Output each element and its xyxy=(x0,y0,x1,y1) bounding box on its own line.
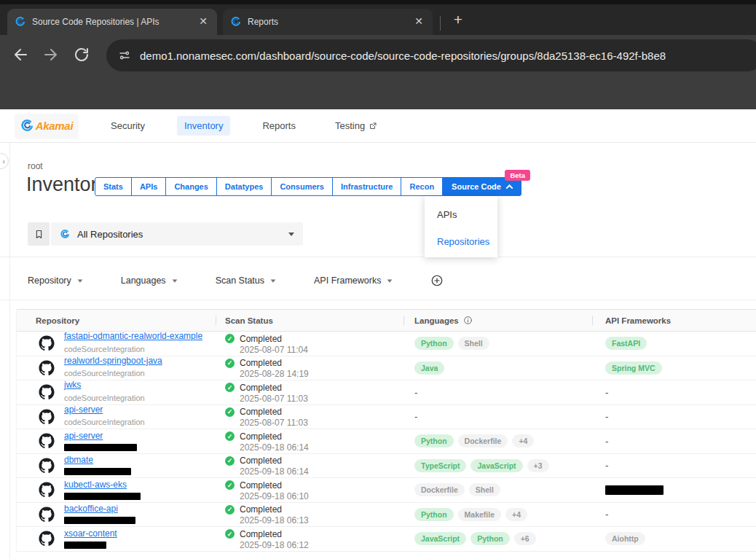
repository-org xyxy=(64,493,141,500)
forward-icon[interactable] xyxy=(42,46,60,63)
filter-api-frameworks[interactable]: API Frameworks xyxy=(314,275,393,286)
url-text: demo1.nonamesec.com/dashboard/source-cod… xyxy=(140,50,666,62)
tag-pill: Shell xyxy=(458,337,489,350)
completed-check-icon: ✓ xyxy=(225,480,235,490)
scan-date: 2025-08-28 14:19 xyxy=(240,369,403,379)
table-body: fastapi-odmantic-realworld-example codeS… xyxy=(17,332,756,552)
languages-cell: PythonMakefile+4 xyxy=(403,508,592,521)
section-divider xyxy=(0,300,756,300)
tag-pill: +4 xyxy=(512,434,534,447)
scan-status: Completed xyxy=(240,480,282,490)
caret-down-icon xyxy=(271,279,276,282)
back-icon[interactable] xyxy=(12,46,29,63)
refresh-icon[interactable] xyxy=(73,46,90,63)
scan-status: Completed xyxy=(240,383,282,393)
column-header-api-frameworks[interactable]: API Frameworks xyxy=(592,310,756,331)
filter-languages[interactable]: Languages xyxy=(121,275,178,286)
frameworks-cell: Spring MVC xyxy=(592,361,756,375)
plus-circle-icon xyxy=(430,274,444,287)
tag-pill: Makefile xyxy=(458,508,501,521)
scan-status: Completed xyxy=(240,456,282,466)
browser-tab-active[interactable]: Source Code Repositories | APIs ✕ xyxy=(7,9,217,35)
column-header-scan-status[interactable]: Scan Status xyxy=(216,310,403,331)
repository-org: codeSourceIntegration xyxy=(64,369,145,378)
repository-org: codeSourceIntegration xyxy=(64,394,145,402)
table-row: backoffice-api ✓ Completed 2025-09-18 06… xyxy=(17,503,756,528)
tab-infrastructure[interactable]: Infrastructure xyxy=(332,177,402,196)
repository-link[interactable]: xsoar-content xyxy=(64,529,117,539)
tag-pill: +6 xyxy=(514,532,536,545)
repository-group-select[interactable]: All Repositories xyxy=(51,222,303,246)
new-tab-button[interactable]: + xyxy=(449,11,468,30)
dropdown-item-apis[interactable]: APIs xyxy=(425,203,497,226)
tab-apis[interactable]: APIs xyxy=(131,177,166,196)
scan-date: 2025-09-18 06:14 xyxy=(240,466,403,477)
completed-check-icon: ✓ xyxy=(225,383,235,392)
languages-cell: PythonShell xyxy=(403,337,592,350)
completed-check-icon: ✓ xyxy=(225,456,235,466)
table-row: realworld-springboot-java codeSourceInte… xyxy=(17,356,756,381)
tab-consumers[interactable]: Consumers xyxy=(271,177,333,196)
top-navigation: Akamai Security Inventory Reports Testin… xyxy=(0,109,756,143)
nav-item-security[interactable]: Security xyxy=(103,116,152,136)
repository-link[interactable]: api-server xyxy=(64,405,145,415)
languages-cell: JavaScriptPython+6 xyxy=(403,532,592,545)
bookmark-button[interactable] xyxy=(28,222,50,246)
scan-status: Completed xyxy=(240,431,282,442)
frameworks-cell: FastAPI xyxy=(592,337,756,350)
nav-item-inventory[interactable]: Inventory xyxy=(177,116,230,136)
tab-recon[interactable]: Recon xyxy=(401,177,443,196)
tag-pill: Python xyxy=(414,434,454,447)
tab-changes[interactable]: Changes xyxy=(165,177,216,196)
table-row: dbmate ✓ Completed 2025-09-18 06:14 Type… xyxy=(17,454,756,479)
tag-pill: Python xyxy=(470,532,510,545)
filter-repository[interactable]: Repository xyxy=(28,275,83,286)
repository-group-selector-row: All Repositories xyxy=(28,222,303,246)
url-bar[interactable]: demo1.nonamesec.com/dashboard/source-cod… xyxy=(106,39,756,71)
repository-link[interactable]: jwks xyxy=(64,380,145,391)
languages-cell: Java xyxy=(403,361,592,375)
repository-link[interactable]: kubectl-aws-eks xyxy=(64,480,141,490)
repository-link[interactable]: dbmate xyxy=(64,456,131,466)
tab-stats[interactable]: Stats xyxy=(95,177,132,196)
repository-link[interactable]: backoffice-api xyxy=(64,504,135,515)
tag-pill: Aiohttp xyxy=(605,532,645,545)
tab-datatypes[interactable]: Datatypes xyxy=(216,177,272,196)
column-header-languages[interactable]: Languages xyxy=(403,310,592,331)
tab-source-code[interactable]: Source Code Beta xyxy=(442,177,521,196)
tab-close-icon[interactable]: ✕ xyxy=(197,15,210,28)
dropdown-item-repositories[interactable]: Repositories xyxy=(425,230,497,253)
tab-close-icon[interactable]: ✕ xyxy=(412,15,425,28)
repository-link[interactable]: api-server xyxy=(64,431,137,442)
nav-item-testing[interactable]: Testing xyxy=(328,116,385,136)
table-row: kubectl-aws-eks ✓ Completed 2025-09-18 0… xyxy=(17,478,756,503)
table-row: fastapi-odmantic-realworld-example codeS… xyxy=(17,332,756,356)
github-icon xyxy=(39,458,55,474)
filter-scan-status[interactable]: Scan Status xyxy=(216,275,276,286)
scan-date: 2025-08-07 11:03 xyxy=(240,418,403,428)
repository-link[interactable]: fastapi-odmantic-realworld-example xyxy=(64,332,202,342)
redaction-bar xyxy=(605,485,664,495)
nav-item-reports[interactable]: Reports xyxy=(255,116,303,136)
noname-favicon-icon xyxy=(15,16,26,28)
repository-org: codeSourceIntegration xyxy=(64,345,145,353)
akamai-logo[interactable]: Akamai xyxy=(15,114,79,138)
site-info-icon[interactable] xyxy=(118,49,131,62)
scan-date: 2025-09-18 06:10 xyxy=(240,491,403,501)
add-filter-button[interactable] xyxy=(430,274,444,287)
completed-check-icon: ✓ xyxy=(225,505,235,515)
app-content: Akamai Security Inventory Reports Testin… xyxy=(0,109,756,559)
completed-check-icon: ✓ xyxy=(225,359,235,368)
repository-org xyxy=(64,517,135,524)
browser-tab-reports[interactable]: Reports ✕ xyxy=(223,9,433,35)
sidebar-expand-button[interactable]: › xyxy=(0,153,9,169)
tag-pill: Shell xyxy=(469,483,500,496)
tab-source-code-label: Source Code xyxy=(452,182,501,191)
column-header-repository[interactable]: Repository xyxy=(17,310,216,331)
frameworks-cell: - xyxy=(592,509,756,520)
completed-check-icon: ✓ xyxy=(225,407,235,417)
github-icon xyxy=(39,360,55,376)
table-row: xsoar-content ✓ Completed 2025-09-18 06:… xyxy=(17,527,756,552)
frameworks-cell: - xyxy=(592,436,756,447)
repository-link[interactable]: realworld-springboot-java xyxy=(64,356,162,367)
